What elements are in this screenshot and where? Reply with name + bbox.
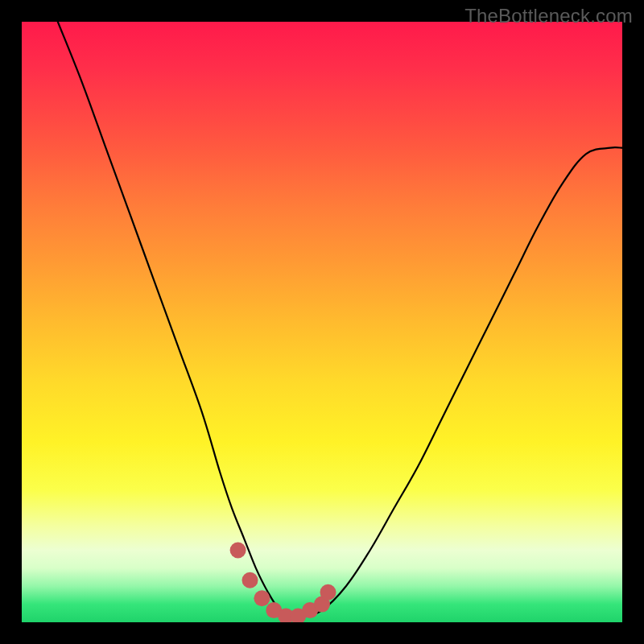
- bottleneck-curve: [58, 22, 622, 617]
- curve-marker: [242, 572, 258, 588]
- chart-frame: TheBottleneck.com: [0, 0, 644, 644]
- curve-marker: [254, 590, 270, 606]
- plot-area: [22, 22, 622, 622]
- curve-marker: [320, 584, 336, 601]
- watermark-text: TheBottleneck.com: [464, 5, 633, 27]
- curve-marker: [230, 543, 246, 559]
- curve-markers: [230, 543, 336, 623]
- plot-svg: [22, 22, 622, 622]
